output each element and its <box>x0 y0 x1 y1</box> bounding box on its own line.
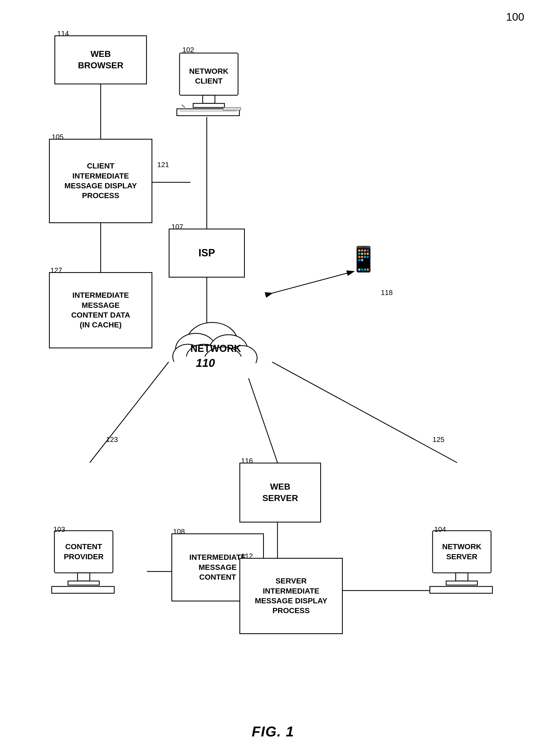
client-intermediate-ref: 105 <box>52 133 63 141</box>
figure-label: FIG. 1 <box>252 723 294 740</box>
network-number: 110 <box>196 357 215 370</box>
network-label: NETWORK <box>191 343 241 354</box>
ref-123: 123 <box>106 435 118 444</box>
web-server-box: WEBSERVER <box>240 463 321 523</box>
svg-rect-34 <box>223 107 241 110</box>
svg-rect-28 <box>52 586 114 593</box>
intermediate-data-ref: 127 <box>50 266 62 275</box>
ref-125: 125 <box>432 435 444 444</box>
svg-rect-30 <box>456 573 468 581</box>
intermediate-data-box: INTERMEDIATEMESSAGECONTENT DATA(IN CACHE… <box>49 272 152 348</box>
intermediate-content-ref: 108 <box>173 527 185 536</box>
svg-rect-22 <box>203 95 215 103</box>
content-provider-label: CONTENTPROVIDER <box>54 531 113 573</box>
network-client-ref: 102 <box>182 46 194 54</box>
mobile-phone-ref: 118 <box>381 288 392 297</box>
server-intermediate-box: SERVERINTERMEDIATEMESSAGE DISPLAYPROCESS <box>240 558 343 634</box>
svg-line-6 <box>245 367 277 463</box>
isp-box: ISP <box>169 229 245 278</box>
svg-rect-23 <box>193 103 225 107</box>
content-provider-ref: 103 <box>53 525 65 534</box>
svg-rect-24 <box>177 109 240 116</box>
server-intermediate-ref: 112 <box>241 552 253 560</box>
diagram-lines <box>0 0 546 756</box>
ref-121: 121 <box>157 161 169 169</box>
corner-reference: 100 <box>506 11 524 23</box>
svg-line-7 <box>272 362 457 463</box>
web-browser-box: WEBBROWSER <box>54 35 147 84</box>
svg-rect-31 <box>446 581 477 585</box>
web-server-ref: 116 <box>241 457 253 465</box>
network-server-label: NETWORKSERVER <box>432 531 491 573</box>
svg-rect-27 <box>68 581 99 585</box>
network-server-ref: 104 <box>434 525 446 534</box>
isp-ref: 107 <box>171 223 183 231</box>
web-browser-ref: 114 <box>57 29 69 38</box>
svg-line-33 <box>182 105 185 107</box>
svg-rect-32 <box>430 586 492 593</box>
svg-line-11 <box>269 272 351 294</box>
network-client-label: NETWORKCLIENT <box>180 59 238 94</box>
svg-line-5 <box>90 362 169 463</box>
diagram-container: 100 <box>0 0 546 756</box>
mobile-phone-icon: 📱 <box>348 245 379 273</box>
client-intermediate-box: CLIENTINTERMEDIATEMESSAGE DISPLAYPROCESS <box>49 139 152 223</box>
svg-rect-26 <box>78 573 90 581</box>
